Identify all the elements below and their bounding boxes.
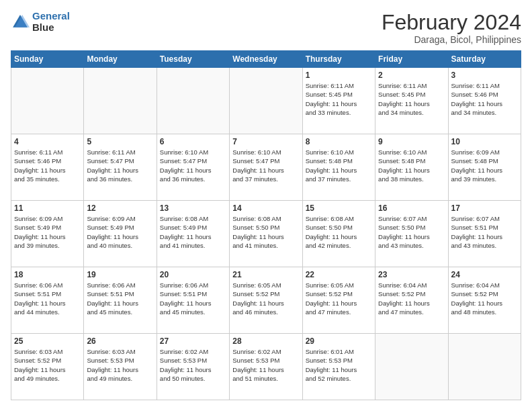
calendar-cell: 13Sunrise: 6:08 AM Sunset: 5:49 PM Dayli… (157, 201, 229, 267)
day-number: 6 (160, 137, 226, 146)
day-number: 13 (160, 203, 226, 213)
logo-blue: Blue (32, 21, 54, 33)
day-number: 5 (87, 137, 153, 146)
calendar-cell: 16Sunrise: 6:07 AM Sunset: 5:50 PM Dayli… (375, 201, 448, 267)
day-info: Sunrise: 6:10 AM Sunset: 5:47 PM Dayligh… (160, 148, 226, 183)
day-number: 28 (232, 336, 299, 346)
calendar-cell: 17Sunrise: 6:07 AM Sunset: 5:51 PM Dayli… (448, 201, 521, 267)
day-info: Sunrise: 6:02 AM Sunset: 5:53 PM Dayligh… (232, 347, 299, 383)
calendar-cell: 23Sunrise: 6:04 AM Sunset: 5:52 PM Dayli… (375, 267, 448, 334)
day-number: 9 (378, 137, 445, 146)
calendar-cell: 20Sunrise: 6:06 AM Sunset: 5:51 PM Dayli… (157, 267, 229, 334)
title-section: February 2024 Daraga, Bicol, Philippines (382, 11, 521, 45)
day-number: 8 (306, 137, 372, 146)
col-friday: Friday (375, 51, 448, 68)
calendar-cell: 24Sunrise: 6:04 AM Sunset: 5:52 PM Dayli… (448, 267, 521, 334)
day-number: 4 (14, 137, 81, 146)
calendar-cell: 28Sunrise: 6:02 AM Sunset: 5:53 PM Dayli… (230, 334, 302, 400)
calendar-body: 1Sunrise: 6:11 AM Sunset: 5:45 PM Daylig… (11, 68, 521, 400)
day-info: Sunrise: 6:05 AM Sunset: 5:52 PM Dayligh… (306, 281, 372, 316)
day-info: Sunrise: 6:02 AM Sunset: 5:53 PM Dayligh… (160, 347, 226, 383)
day-number: 22 (306, 270, 372, 279)
calendar-cell: 27Sunrise: 6:02 AM Sunset: 5:53 PM Dayli… (157, 334, 229, 400)
calendar-cell: 25Sunrise: 6:03 AM Sunset: 5:52 PM Dayli… (11, 334, 84, 400)
day-info: Sunrise: 6:03 AM Sunset: 5:53 PM Dayligh… (87, 347, 153, 383)
day-number: 29 (306, 336, 372, 346)
col-wednesday: Wednesday (230, 51, 302, 68)
day-number: 10 (451, 137, 518, 146)
day-number: 1 (306, 71, 372, 80)
day-number: 24 (451, 270, 518, 279)
col-monday: Monday (84, 51, 157, 68)
calendar-cell: 18Sunrise: 6:06 AM Sunset: 5:51 PM Dayli… (11, 267, 84, 334)
calendar-header-row: Sunday Monday Tuesday Wednesday Thursday… (11, 51, 521, 68)
day-number: 2 (378, 71, 445, 80)
logo: General Blue (11, 11, 70, 33)
calendar-cell: 10Sunrise: 6:09 AM Sunset: 5:48 PM Dayli… (448, 134, 521, 201)
day-info: Sunrise: 6:11 AM Sunset: 5:45 PM Dayligh… (306, 81, 372, 117)
calendar-cell: 8Sunrise: 6:10 AM Sunset: 5:48 PM Daylig… (302, 134, 375, 201)
calendar-cell: 19Sunrise: 6:06 AM Sunset: 5:51 PM Dayli… (84, 267, 157, 334)
day-info: Sunrise: 6:06 AM Sunset: 5:51 PM Dayligh… (160, 281, 226, 316)
page: General Blue February 2024 Daraga, Bicol… (0, 0, 532, 411)
day-info: Sunrise: 6:08 AM Sunset: 5:49 PM Dayligh… (160, 214, 226, 250)
day-info: Sunrise: 6:06 AM Sunset: 5:51 PM Dayligh… (14, 281, 81, 316)
calendar-cell (375, 334, 448, 400)
day-number: 12 (87, 203, 153, 213)
day-number: 17 (451, 203, 518, 213)
calendar-cell: 9Sunrise: 6:10 AM Sunset: 5:48 PM Daylig… (375, 134, 448, 201)
day-number: 15 (306, 203, 372, 213)
calendar-week-0: 1Sunrise: 6:11 AM Sunset: 5:45 PM Daylig… (11, 68, 521, 134)
col-tuesday: Tuesday (157, 51, 229, 68)
day-info: Sunrise: 6:04 AM Sunset: 5:52 PM Dayligh… (451, 281, 518, 316)
col-saturday: Saturday (448, 51, 521, 68)
calendar-cell: 5Sunrise: 6:11 AM Sunset: 5:47 PM Daylig… (84, 134, 157, 201)
day-info: Sunrise: 6:01 AM Sunset: 5:53 PM Dayligh… (306, 347, 372, 383)
day-info: Sunrise: 6:11 AM Sunset: 5:46 PM Dayligh… (451, 81, 518, 117)
calendar-cell: 21Sunrise: 6:05 AM Sunset: 5:52 PM Dayli… (230, 267, 302, 334)
day-info: Sunrise: 6:11 AM Sunset: 5:47 PM Dayligh… (87, 148, 153, 183)
header: General Blue February 2024 Daraga, Bicol… (11, 11, 521, 45)
calendar-cell: 7Sunrise: 6:10 AM Sunset: 5:47 PM Daylig… (230, 134, 302, 201)
calendar-cell (230, 68, 302, 134)
calendar-cell: 2Sunrise: 6:11 AM Sunset: 5:45 PM Daylig… (375, 68, 448, 134)
calendar-week-3: 18Sunrise: 6:06 AM Sunset: 5:51 PM Dayli… (11, 267, 521, 334)
calendar-cell: 11Sunrise: 6:09 AM Sunset: 5:49 PM Dayli… (11, 201, 84, 267)
day-info: Sunrise: 6:11 AM Sunset: 5:45 PM Dayligh… (378, 81, 445, 117)
day-number: 7 (232, 137, 299, 146)
day-info: Sunrise: 6:10 AM Sunset: 5:48 PM Dayligh… (306, 148, 372, 183)
day-info: Sunrise: 6:09 AM Sunset: 5:48 PM Dayligh… (451, 148, 518, 183)
calendar-cell (157, 68, 229, 134)
day-number: 20 (160, 270, 226, 279)
day-number: 26 (87, 336, 153, 346)
calendar-cell: 3Sunrise: 6:11 AM Sunset: 5:46 PM Daylig… (448, 68, 521, 134)
calendar-cell (11, 68, 84, 134)
calendar-cell: 1Sunrise: 6:11 AM Sunset: 5:45 PM Daylig… (302, 68, 375, 134)
day-info: Sunrise: 6:05 AM Sunset: 5:52 PM Dayligh… (232, 281, 299, 316)
calendar-cell: 29Sunrise: 6:01 AM Sunset: 5:53 PM Dayli… (302, 334, 375, 400)
day-info: Sunrise: 6:08 AM Sunset: 5:50 PM Dayligh… (232, 214, 299, 250)
day-number: 11 (14, 203, 81, 213)
calendar-cell (448, 334, 521, 400)
day-info: Sunrise: 6:04 AM Sunset: 5:52 PM Dayligh… (378, 281, 445, 316)
day-number: 25 (14, 336, 81, 346)
day-info: Sunrise: 6:03 AM Sunset: 5:52 PM Dayligh… (14, 347, 81, 383)
calendar-cell (84, 68, 157, 134)
calendar-cell: 12Sunrise: 6:09 AM Sunset: 5:49 PM Dayli… (84, 201, 157, 267)
day-number: 3 (451, 71, 518, 80)
day-info: Sunrise: 6:09 AM Sunset: 5:49 PM Dayligh… (14, 214, 81, 250)
col-sunday: Sunday (11, 51, 84, 68)
day-info: Sunrise: 6:10 AM Sunset: 5:48 PM Dayligh… (378, 148, 445, 183)
day-number: 18 (14, 270, 81, 279)
calendar-cell: 4Sunrise: 6:11 AM Sunset: 5:46 PM Daylig… (11, 134, 84, 201)
day-info: Sunrise: 6:10 AM Sunset: 5:47 PM Dayligh… (232, 148, 299, 183)
calendar-cell: 15Sunrise: 6:08 AM Sunset: 5:50 PM Dayli… (302, 201, 375, 267)
subtitle: Daraga, Bicol, Philippines (382, 34, 521, 45)
calendar-table: Sunday Monday Tuesday Wednesday Thursday… (11, 50, 521, 400)
day-number: 19 (87, 270, 153, 279)
day-info: Sunrise: 6:09 AM Sunset: 5:49 PM Dayligh… (87, 214, 153, 250)
day-number: 16 (378, 203, 445, 213)
calendar-week-4: 25Sunrise: 6:03 AM Sunset: 5:52 PM Dayli… (11, 334, 521, 400)
calendar-week-1: 4Sunrise: 6:11 AM Sunset: 5:46 PM Daylig… (11, 134, 521, 201)
calendar-cell: 26Sunrise: 6:03 AM Sunset: 5:53 PM Dayli… (84, 334, 157, 400)
